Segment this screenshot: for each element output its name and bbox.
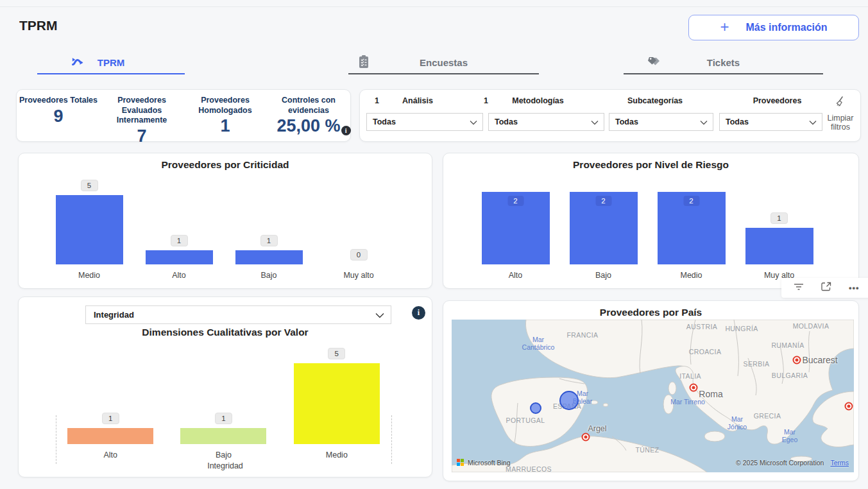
filter-icon[interactable] [794, 282, 804, 294]
clear-filters-label: Limpiar filtros [822, 114, 858, 132]
bing-logo-label: Microsoft Bing [468, 459, 511, 467]
kpi-value: 9 [53, 107, 63, 126]
info-icon[interactable]: i [341, 126, 351, 135]
data-label: 2 [683, 196, 699, 206]
metodologias-dropdown[interactable]: Todas [488, 113, 604, 131]
bing-map[interactable]: Mar CantábricoFRANCIAAUSTRIAHUNGRÍAMOLDA… [452, 320, 854, 472]
metodologias-label: Metodologías [498, 96, 578, 105]
map-label: MOLDAVIA [793, 322, 830, 330]
map-label: CROACIA [689, 348, 722, 356]
chart-title: Dimensiones Cualitativas por Valor [19, 327, 432, 338]
category-label: Medio [44, 271, 134, 280]
kpi-label: Controles con evidencias [267, 96, 350, 116]
kpi-controles-evidencias: Controles con evidencias 25,00 % i [267, 90, 350, 141]
subcategorias-dropdown[interactable]: Todas [609, 113, 713, 131]
kpi-value: 7 [137, 127, 146, 146]
kpi-label: Proveedores Evaluados Internamente [100, 96, 183, 126]
focus-mode-icon[interactable] [821, 282, 831, 294]
chevron-down-icon [700, 116, 708, 128]
map-label: Argel [588, 424, 606, 433]
data-label: 2 [507, 196, 523, 206]
info-icon[interactable]: i [412, 306, 425, 320]
map-label: ITALIA [679, 372, 701, 380]
kpi-proveedores-totales: Proveedores Totales 9 [17, 90, 100, 141]
bar-bajo[interactable]: 2 [570, 192, 638, 264]
bar-plot-dimensiones: 115 [54, 358, 393, 444]
chevron-down-icon [591, 116, 599, 128]
chevron-down-icon [470, 116, 477, 128]
map-label: BULGARIA [772, 372, 808, 379]
kpi-homologados: Proveedores Homologados 1 [183, 90, 267, 141]
data-label: 2 [595, 196, 611, 206]
subcategorias-label: Subcategorías [613, 96, 697, 105]
more-info-button[interactable]: + Más información [688, 15, 859, 40]
city-marker-icon [845, 402, 853, 411]
bar-alto[interactable] [146, 250, 213, 264]
kpi-label: Proveedores Homologados [183, 96, 267, 116]
map-label: Mar Jónico [728, 415, 747, 431]
data-label: 1 [215, 413, 232, 424]
city-marker-icon [793, 356, 801, 365]
bing-logo[interactable]: Microsoft Bing [457, 459, 511, 467]
clear-filters-button[interactable]: Limpiar filtros [822, 95, 858, 132]
category-axis: AltoBajoMedio [54, 450, 393, 459]
page-title: TPRM [19, 18, 58, 33]
chevron-down-icon [375, 309, 384, 321]
data-label: 1 [770, 212, 788, 224]
bar-medio[interactable] [294, 363, 380, 444]
map-label: GRECIA [754, 412, 781, 420]
map-label: Mar Egeo [782, 428, 798, 443]
proveedores-dropdown[interactable]: Todas [719, 113, 822, 131]
data-label: 1 [102, 413, 119, 424]
category-label: Alto [472, 271, 559, 280]
city-marker-icon [582, 433, 590, 442]
map-label: RUMANÍA [771, 341, 804, 349]
filter-card: 1 Análisis Todas 1 Metodologías Todas Su… [359, 89, 861, 142]
bar-bajo[interactable] [235, 250, 303, 264]
map-label: Bucarest [802, 355, 837, 365]
x-axis-title: Integridad [19, 461, 432, 470]
plot-edge-marker [56, 415, 56, 464]
map-label: FRANCIA [567, 331, 599, 339]
data-label: 5 [328, 348, 345, 359]
data-label: 5 [81, 180, 98, 191]
tab-encuestas[interactable]: Encuestas [348, 51, 539, 74]
map-label: PORTUGAL [506, 416, 545, 424]
bar-alto[interactable] [67, 428, 153, 444]
map-label: TÚNEZ [636, 446, 660, 454]
category-label: Alto [54, 450, 167, 459]
map-label: SERBIA [744, 360, 770, 368]
analisis-count: 1 [375, 96, 379, 105]
analisis-dropdown[interactable]: Todas [366, 113, 483, 131]
map-title: Proveedores por País [443, 307, 858, 318]
bar-medio[interactable]: 2 [658, 192, 726, 264]
broom-icon [833, 100, 847, 111]
category-label: Bajo [559, 271, 647, 280]
dimension-dropdown[interactable]: Integridad [85, 305, 391, 324]
bar-alto[interactable]: 2 [482, 192, 550, 264]
tab-tickets-label: Tickets [707, 57, 740, 68]
provider-location-bubble[interactable] [530, 402, 541, 414]
provider-location-bubble[interactable] [559, 391, 579, 410]
visual-hover-toolbar: ••• [781, 278, 868, 298]
tab-tickets[interactable]: Tickets [624, 51, 823, 74]
category-label: Bajo [167, 450, 280, 459]
city-marker-icon [690, 384, 698, 392]
tab-tprm[interactable]: TPRM [37, 51, 185, 74]
kpi-label: Proveedores Totales [19, 96, 98, 106]
analisis-label: Análisis [379, 96, 456, 105]
chevron-down-icon [809, 116, 817, 128]
bar-medio[interactable] [56, 195, 123, 264]
map-label: Mar Cantábrico [522, 336, 555, 351]
map-label: Roma [699, 389, 722, 399]
metodologias-count: 1 [484, 96, 488, 105]
more-options-icon[interactable]: ••• [849, 283, 860, 293]
terms-link[interactable]: Terms [830, 459, 849, 467]
kpi-evaluados-internamente: Proveedores Evaluados Internamente 7 [100, 90, 183, 141]
chart-card-dimensiones: Integridad i Dimensiones Cualitativas po… [18, 296, 432, 477]
category-label: Bajo [224, 271, 314, 280]
bar-muy-alto[interactable] [745, 228, 813, 264]
bar-plot-criticidad: 5110 [44, 189, 404, 264]
data-label: 1 [260, 235, 278, 246]
bar-bajo[interactable] [180, 428, 266, 444]
